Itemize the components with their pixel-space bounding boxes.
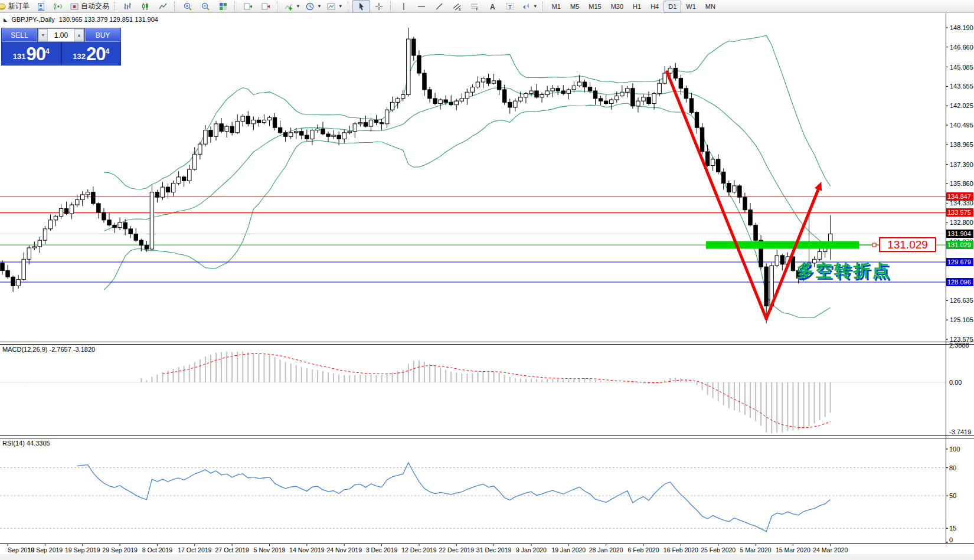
candle-body [428, 90, 432, 99]
data-feed-button[interactable] [50, 0, 67, 13]
candle-body [59, 209, 63, 217]
macd-axis-label: 2.3888 [949, 342, 969, 349]
templates-button[interactable]: ▼ [324, 0, 345, 13]
candle-body [348, 132, 351, 133]
sell-price-big: 90 [27, 45, 45, 63]
toolbar-separator [277, 2, 279, 11]
candle-body [139, 240, 143, 245]
support-zone-bar[interactable] [706, 241, 859, 249]
candle-body [460, 99, 463, 101]
candle-body [684, 89, 688, 99]
candle-body [700, 127, 704, 152]
vertical-line-button[interactable] [395, 0, 413, 13]
rsi-line [77, 463, 831, 532]
text-label-button[interactable]: T [501, 0, 519, 13]
tile-windows-button[interactable] [214, 0, 232, 13]
candle-body [38, 240, 41, 247]
candle-chart-button[interactable] [136, 0, 154, 13]
timeframe-button-h1[interactable]: H1 [628, 1, 646, 12]
candle-body [652, 93, 656, 103]
text-button[interactable]: A [483, 0, 501, 13]
macd-signal-line [163, 353, 831, 427]
candle-body [257, 120, 260, 122]
candle-body [727, 184, 731, 192]
date-tick-label: 24 Mar 2020 [813, 546, 848, 554]
shapes-button[interactable]: ▼ [519, 0, 540, 13]
svg-text:A: A [490, 2, 495, 11]
bar-chart-button[interactable] [119, 0, 136, 13]
new-order-button[interactable]: 新订单 [0, 0, 32, 13]
buy-button[interactable]: BUY [85, 28, 120, 42]
candle-body [535, 91, 538, 97]
support-price-label[interactable]: 131.029 [879, 237, 936, 252]
candle-body [358, 123, 362, 124]
candle-body [193, 154, 197, 169]
timeframe-button-d1[interactable]: D1 [664, 1, 681, 12]
connector-handle[interactable] [872, 243, 876, 247]
timeframe-button-h4[interactable]: H4 [646, 1, 664, 12]
candle-body [204, 130, 207, 145]
indicators-icon [284, 2, 293, 11]
price-tick-label: 148.190 [950, 24, 973, 31]
auto-scroll-icon [243, 2, 253, 11]
zoom-out-button[interactable] [197, 0, 214, 13]
cursor-button[interactable] [352, 0, 370, 13]
volume-decrease-button[interactable]: ▼ [38, 29, 48, 41]
date-tick-label: 29 Sep 2019 [102, 546, 138, 554]
candle-body [267, 117, 271, 120]
candle-body [11, 277, 15, 286]
zoom-in-button[interactable] [179, 0, 197, 13]
buy-price[interactable]: 132 20 4 [62, 42, 121, 65]
candle-body [171, 184, 175, 192]
timeframe-button-m15[interactable]: M15 [584, 1, 606, 12]
periods-button[interactable]: ▼ [303, 0, 324, 13]
line-chart-button[interactable] [154, 0, 172, 13]
candle-body [305, 135, 309, 139]
date-tick-label: 15 Mar 2020 [776, 546, 810, 554]
indicators-button[interactable]: ▼ [282, 0, 303, 13]
date-tick-label: 14 Nov 2019 [289, 546, 325, 554]
timeframe-button-m30[interactable]: M30 [606, 1, 628, 12]
chart-canvas[interactable]: 148.190146.660145.085143.555142.025140.4… [0, 14, 974, 560]
chart-ohlc-values: 130.965 133.379 129.851 131.904 [59, 16, 158, 23]
price-level-badge: 131.029 [946, 241, 973, 249]
autotrade-button[interactable]: 自动交易 [67, 0, 112, 13]
fibonacci-button[interactable]: F [466, 0, 483, 13]
candle-body [481, 78, 485, 82]
candle-body [364, 123, 367, 126]
chart-area[interactable]: 148.190146.660145.085143.555142.025140.4… [0, 14, 974, 560]
trend-arrow-down-leg[interactable] [667, 72, 766, 319]
volume-input[interactable]: 1.00 [48, 29, 74, 41]
timeframe-button-w1[interactable]: W1 [681, 1, 701, 12]
date-tick-label: 17 Oct 2019 [178, 546, 211, 554]
candle-body [32, 247, 36, 248]
date-tick-label: 9 Jan 2020 [516, 546, 547, 554]
channel-button[interactable]: E [448, 0, 466, 13]
candle-body [332, 135, 335, 136]
candle-body [749, 210, 752, 225]
sell-price[interactable]: 131 90 4 [2, 42, 61, 65]
rsi-axis-label: 80 [949, 464, 956, 471]
timeframe-button-m1[interactable]: M1 [547, 1, 566, 12]
volume-increase-button[interactable]: ▲ [74, 29, 84, 41]
auto-scroll-button[interactable] [239, 0, 257, 13]
candle-body [177, 177, 180, 184]
date-tick-label: 31 Dec 2019 [476, 546, 512, 554]
chart-shift-button[interactable] [257, 0, 274, 13]
sell-button[interactable]: SELL [2, 28, 37, 42]
clock-icon [305, 2, 315, 11]
horizontal-line-button[interactable] [413, 0, 430, 13]
trend-arrow-up-leg[interactable] [766, 188, 819, 319]
trendline-button[interactable] [430, 0, 448, 13]
trade-controls-row: SELL ▼ 1.00 ▲ BUY [2, 28, 120, 42]
chevron-down-icon: ▼ [338, 4, 343, 9]
market-watch-button[interactable] [32, 0, 50, 13]
trade-prices-row: 131 90 4 132 20 4 [2, 42, 120, 65]
timeframe-button-m5[interactable]: M5 [566, 1, 584, 12]
crosshair-button[interactable] [370, 0, 388, 13]
candle-body [214, 124, 218, 136]
svg-text:F: F [476, 7, 478, 11]
turning-point-annotation[interactable]: 多空转折点 [796, 259, 891, 283]
chevron-down-icon: ▼ [296, 4, 300, 9]
timeframe-button-mn[interactable]: MN [701, 1, 720, 12]
